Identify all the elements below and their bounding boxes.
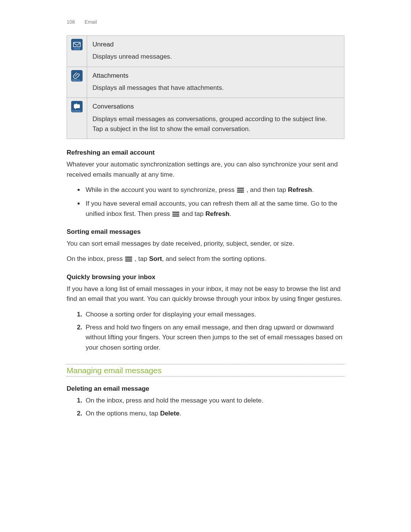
menu-icon xyxy=(172,210,179,220)
speech-bubble-icon: Conversat... xyxy=(71,101,83,112)
header-section: Email xyxy=(84,19,97,25)
svg-rect-0 xyxy=(73,42,80,47)
view-desc: Displays email messages as conversations… xyxy=(92,114,339,134)
text: . xyxy=(180,410,182,417)
view-title: Attachments xyxy=(92,71,339,81)
text: On the inbox, press xyxy=(67,255,124,262)
text: and tap xyxy=(182,210,205,217)
manual-page: 108 Email Unread Unread Displays unread … xyxy=(0,0,411,532)
view-desc: Displays unread messages. xyxy=(92,52,339,62)
menu-icon xyxy=(237,186,244,196)
bold-word: Refresh xyxy=(206,210,229,217)
svg-rect-11 xyxy=(125,260,132,262)
menu-icon xyxy=(125,255,132,265)
list-item: Press and hold two fingers on any email … xyxy=(84,323,344,353)
svg-rect-4 xyxy=(237,190,244,191)
icon-cell: Attachme... xyxy=(67,67,87,98)
svg-rect-6 xyxy=(172,212,179,213)
view-desc: Displays all messages that have attachme… xyxy=(92,83,339,93)
svg-rect-3 xyxy=(237,188,244,189)
text: , and select from the sorting options. xyxy=(162,255,266,262)
svg-rect-10 xyxy=(125,259,132,260)
view-title: Unread xyxy=(92,40,339,50)
view-title: Conversations xyxy=(92,102,339,112)
envelope-icon: Unread xyxy=(71,39,83,50)
list-item: If you have several email accounts, you … xyxy=(84,199,344,220)
icon-cell: Unread xyxy=(67,36,87,67)
bold-word: Sort xyxy=(149,255,162,262)
list-item: On the options menu, tap Delete. xyxy=(84,409,344,419)
deleting-steps: On the inbox, press and hold the message… xyxy=(67,396,344,419)
text: , and then tap xyxy=(247,186,288,193)
managing-section-title: Managing email messages xyxy=(67,364,344,377)
list-item: Choose a sorting order for displaying yo… xyxy=(84,310,344,320)
browsing-heading: Quickly browsing your inbox xyxy=(67,273,344,281)
svg-point-2 xyxy=(76,104,77,105)
svg-rect-5 xyxy=(237,192,244,193)
browsing-steps: Choose a sorting order for displaying yo… xyxy=(67,310,344,353)
desc-cell: Conversations Displays email messages as… xyxy=(87,98,344,139)
svg-rect-9 xyxy=(125,257,132,258)
deleting-heading: Deleting an email message xyxy=(67,385,344,393)
svg-point-1 xyxy=(75,104,76,105)
text: . xyxy=(229,210,231,217)
sorting-line: On the inbox, press , tap Sort, and sele… xyxy=(67,254,344,265)
desc-cell: Unread Displays unread messages. xyxy=(87,36,344,67)
table-row: Unread Unread Displays unread messages. xyxy=(67,36,344,67)
svg-rect-8 xyxy=(172,216,179,217)
list-item: While in the account you want to synchro… xyxy=(84,185,344,196)
sorting-intro: You can sort email messages by date rece… xyxy=(67,239,344,249)
page-number: 108 xyxy=(67,19,75,25)
svg-rect-7 xyxy=(172,214,179,215)
icon-caption: Attachme... xyxy=(71,79,83,81)
table-row: Attachme... Attachments Displays all mes… xyxy=(67,67,344,98)
table-row: Conversat... Conversations Displays emai… xyxy=(67,98,344,139)
text: , tap xyxy=(135,255,149,262)
view-types-table: Unread Unread Displays unread messages. … xyxy=(67,35,344,139)
desc-cell: Attachments Displays all messages that h… xyxy=(87,67,344,98)
list-item: On the inbox, press and hold the message… xyxy=(84,396,344,406)
refresh-intro: Whatever your automatic synchronization … xyxy=(67,160,344,180)
text: . xyxy=(312,186,314,193)
icon-cell: Conversat... xyxy=(67,98,87,139)
refresh-heading: Refreshing an email account xyxy=(67,149,344,157)
text: While in the account you want to synchro… xyxy=(86,186,236,193)
paperclip-icon: Attachme... xyxy=(71,70,83,81)
bold-word: Refresh xyxy=(288,186,312,193)
running-header: 108 Email xyxy=(67,19,344,25)
icon-caption: Unread xyxy=(71,48,83,50)
refresh-bullets: While in the account you want to synchro… xyxy=(67,185,344,220)
icon-caption: Conversat... xyxy=(71,110,83,112)
bold-word: Delete xyxy=(160,410,180,417)
sorting-heading: Sorting email messages xyxy=(67,228,344,236)
browsing-intro: If you have a long list of email message… xyxy=(67,284,344,304)
text: On the options menu, tap xyxy=(86,410,160,417)
